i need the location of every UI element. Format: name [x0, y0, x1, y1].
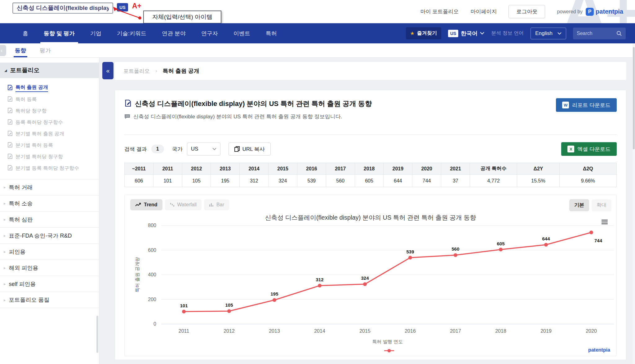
nav-item[interactable]: 특허 — [258, 23, 285, 43]
excel-file-icon: X — [567, 146, 574, 152]
nav-item[interactable]: 홈 — [15, 23, 36, 43]
analysis-language-select[interactable]: English — [531, 28, 566, 39]
sidebar-section[interactable]: ▸특허 심판 — [0, 211, 99, 227]
bar-button-label: Bar — [216, 202, 224, 208]
brand-p-icon: P — [586, 8, 594, 16]
my-page-link[interactable]: 마이페이지 — [470, 8, 497, 15]
svg-text:2012: 2012 — [224, 328, 235, 334]
tab[interactable]: 동향 — [15, 43, 26, 57]
subtitle-row: 신축성 디스플레이(flexible display) 분야의 US 특허 관련… — [124, 113, 617, 120]
sidebar-item[interactable]: 특허 등록 — [7, 94, 99, 105]
svg-text:2011: 2011 — [179, 328, 189, 334]
chart-type-bar-button[interactable]: Bar — [204, 199, 229, 210]
table-header-cell: 2011 — [153, 163, 182, 175]
sidebar-section[interactable]: ▸표준-FDA 승인-국가 R&D — [0, 227, 99, 243]
chart-type-waterfall-button[interactable]: Waterfall — [165, 199, 202, 210]
chart-basic-button[interactable]: 기본 — [569, 199, 589, 211]
table-header-cell: 2013 — [211, 163, 240, 175]
sidebar-item-label: 특허 등록 — [16, 96, 37, 103]
sidebar-item[interactable]: 분기별 특허당 청구항 — [7, 151, 99, 163]
logout-button[interactable]: 로그아웃 — [508, 5, 545, 18]
search-result-count: 1 — [151, 145, 164, 153]
svg-text:600: 600 — [148, 248, 156, 253]
sidebar-section[interactable]: ▸self 피인용 — [0, 276, 99, 292]
top-header: A+ US A+ 자체(입력/선택) 아이템 마이 포트폴리오 마이페이지 로그… — [0, 0, 635, 23]
svg-text:605: 605 — [497, 241, 504, 246]
country-select[interactable]: US — [187, 143, 220, 156]
sidebar-item-label: 등록 특허당 청구항수 — [16, 119, 63, 126]
site-language-switcher[interactable]: US 한국어 — [448, 30, 484, 37]
svg-text:2017: 2017 — [450, 328, 461, 334]
search-icon[interactable] — [616, 31, 622, 36]
url-copy-button[interactable]: URL 복사 — [229, 143, 271, 156]
nav-list: 홈동향 및 평가기업기술:키워드연관 분야연구자이벤트특허 — [15, 23, 285, 43]
excel-download-button[interactable]: X 엑셀 다운로드 — [561, 142, 617, 156]
chart-credits[interactable]: patentpia — [588, 347, 610, 353]
sidebar-scrollbar[interactable] — [96, 316, 98, 353]
table-cell: 324 — [269, 175, 297, 187]
report-download-button[interactable]: W 리포트 다운로드 — [556, 98, 617, 112]
sidebar-section[interactable]: ▸해외 피인용 — [0, 260, 99, 276]
table-header-cell: 2021 — [441, 163, 470, 175]
page: A+ US A+ 자체(입력/선택) 아이템 마이 포트폴리오 마이페이지 로그… — [0, 0, 635, 364]
sub-tab-row: ‹ 동향평가 — [0, 43, 635, 58]
document-edit-icon — [124, 99, 132, 107]
nav-item[interactable]: 동향 및 평가 — [36, 23, 82, 43]
analysis-language-label: 분석 정보 언어 — [491, 30, 524, 37]
sidebar-item[interactable]: 분기별 특허 등록 — [7, 140, 99, 151]
svg-text:특허 출원 공개량: 특허 출원 공개량 — [135, 257, 140, 292]
svg-text:특허 발행 연도: 특허 발행 연도 — [372, 339, 403, 344]
svg-text:200: 200 — [148, 297, 156, 302]
sidebar-section[interactable]: ▸특허 거래 — [0, 179, 99, 195]
chart-menu-icon[interactable] — [602, 220, 608, 224]
svg-text:195: 195 — [270, 291, 278, 296]
nav-search-input[interactable] — [577, 31, 616, 36]
sidebar-item[interactable]: 특허 출원 공개 — [7, 82, 99, 94]
nav-right: ★ 즐겨찾기 US 한국어 분석 정보 언어 English — [406, 27, 626, 39]
sidebar-section-portfolio[interactable]: ◢ 포트폴리오 — [0, 63, 99, 78]
sidebar-section[interactable]: ▸특허 소송 — [0, 195, 99, 211]
trend-line-icon — [135, 203, 141, 207]
sidebar-item[interactable]: 등록 특허당 청구항수 — [7, 117, 99, 128]
sidebar-item[interactable]: 분기별 특허 출원 공개 — [7, 128, 99, 140]
tab-scroll-left-button[interactable]: ‹ — [0, 45, 6, 56]
nav-item[interactable]: 기업 — [82, 23, 109, 43]
breadcrumb-parent[interactable]: 포트폴리오 — [123, 68, 150, 75]
nav-item[interactable]: 기술:키워드 — [109, 23, 154, 43]
chart-legend[interactable] — [130, 348, 611, 353]
svg-text:2019: 2019 — [540, 328, 552, 334]
svg-text:101: 101 — [180, 303, 188, 308]
table-header-cell: 2014 — [240, 163, 269, 175]
page-scrollbar-thumb[interactable] — [633, 47, 635, 149]
tab[interactable]: 평가 — [40, 43, 51, 57]
svg-text:2018: 2018 — [495, 328, 506, 334]
excel-download-label: 엑셀 다운로드 — [577, 146, 611, 153]
sidebar-section-label: 피인용 — [9, 248, 26, 256]
sidebar-item[interactable]: 분기별 등록 특허당 청구항수 — [7, 163, 99, 174]
sidebar-section-label: self 피인용 — [9, 280, 36, 288]
yearly-stats-table: ~201120112012201320142015201620172018201… — [124, 163, 617, 187]
nav-item[interactable]: 연구자 — [193, 23, 226, 43]
svg-text:312: 312 — [316, 277, 323, 282]
chart-expand-button[interactable]: 확대 — [592, 199, 611, 211]
sidebar-section[interactable]: ▸포트폴리오 품질 — [0, 292, 99, 308]
site-language-label: 한국어 — [461, 30, 477, 37]
chart-type-trend-button[interactable]: Trend — [130, 199, 162, 210]
svg-text:744: 744 — [594, 238, 602, 243]
nav-item[interactable]: 이벤트 — [226, 23, 258, 43]
sidebar-collapse-button[interactable]: « — [102, 62, 113, 79]
search-result-label: 검색 결과 — [124, 146, 147, 153]
document-edit-icon — [7, 108, 13, 114]
my-portfolio-link[interactable]: 마이 포트폴리오 — [420, 8, 459, 15]
sidebar-item[interactable]: 특허당 청구항 — [7, 105, 99, 117]
favorites-button[interactable]: ★ 즐겨찾기 — [406, 27, 441, 39]
page-scrollbar[interactable] — [633, 43, 635, 364]
table-cell: 9.66% — [559, 175, 616, 187]
brand-logo[interactable]: P patentpia — [586, 8, 623, 16]
topic-search-input[interactable] — [12, 2, 113, 14]
filter-row: 검색 결과 1 국가 US URL 복사 X 엑셀 다운로드 — [124, 142, 617, 156]
speech-bubble-icon — [124, 114, 130, 119]
sidebar-section[interactable]: ▸피인용 — [0, 243, 99, 260]
nav-item[interactable]: 연관 분야 — [154, 23, 193, 43]
trend-button-label: Trend — [144, 202, 158, 208]
